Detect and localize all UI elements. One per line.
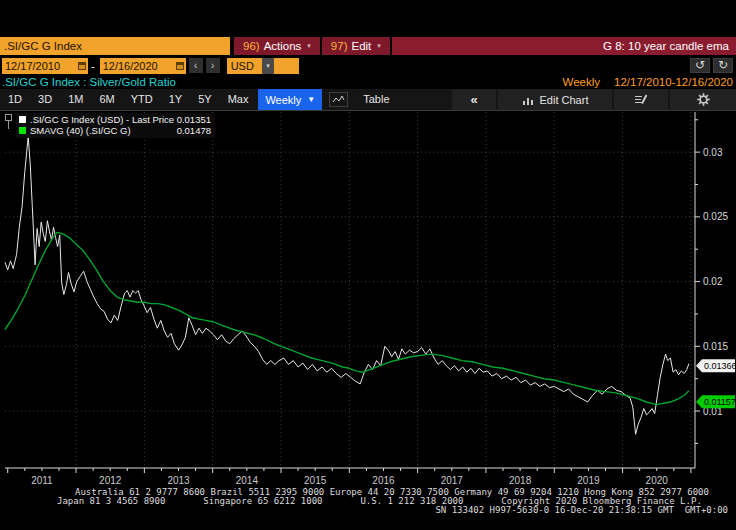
actions-function-key: 96) <box>243 37 260 55</box>
function-title: G 8: 10 year candle ema <box>392 37 736 55</box>
tab-6m[interactable]: 6M <box>91 89 122 110</box>
line-chart-glyph <box>332 95 345 104</box>
chevron-down-icon: ▾ <box>307 37 311 55</box>
command-bar: .SI/GC G Index 96) Actions ▾ 97) Edit ▾ … <box>0 37 736 55</box>
calendar-icon[interactable] <box>78 62 86 70</box>
legend-item-smavg[interactable]: SMAVG (40) (.SI/GC G) 0.01478 <box>19 125 211 136</box>
green-series-swatch-icon <box>19 127 26 134</box>
edit-button[interactable]: 97) Edit ▾ <box>322 37 390 55</box>
annotate-button[interactable] <box>614 89 668 110</box>
end-date-value: 12/16/2020 <box>103 60 158 72</box>
start-date-field[interactable]: 12/17/2010 <box>2 58 88 74</box>
redo-button[interactable]: ↻ <box>713 58 733 73</box>
page-title: .SI/GC G Index : Silver/Gold Ratio <box>0 76 176 88</box>
x-axis-label: 2017 <box>441 475 464 486</box>
toolbar: 1D 3D 1M 6M YTD 1Y 5Y Max Weekly ▼ Table… <box>0 89 736 111</box>
footer-session-info: SN 133402 H997-5630-0 16-Dec-20 21:38:15… <box>435 506 728 515</box>
date-range-separator: - <box>91 60 95 72</box>
periodicity-value: Weekly <box>265 94 301 106</box>
chevron-down-icon: ▾ <box>377 37 381 55</box>
price-line <box>5 137 689 435</box>
legend-value: 0.01478 <box>177 125 211 136</box>
periodicity-dropdown[interactable]: Weekly ▼ <box>258 89 322 110</box>
x-axis-label: 2019 <box>577 475 600 486</box>
y-axis-label: 0.015 <box>703 341 728 352</box>
legend-label: SMAVG (40) (.SI/GC G) <box>30 125 131 136</box>
edit-chart-label: Edit Chart <box>540 94 589 106</box>
tab-3d[interactable]: 3D <box>30 89 60 110</box>
x-axis-label: 2016 <box>372 475 395 486</box>
chevron-down-icon[interactable]: ▾ <box>262 58 274 74</box>
x-axis-label: 2012 <box>99 475 122 486</box>
shift-range-back-button[interactable]: ‹ <box>189 58 203 73</box>
chart-legend: .SI/GC G Index (USD) - Last Price 0.0135… <box>16 113 215 138</box>
tab-ytd[interactable]: YTD <box>123 89 161 110</box>
x-axis-label: 2020 <box>646 475 669 486</box>
tab-1d[interactable]: 1D <box>0 89 30 110</box>
settings-button[interactable] <box>670 89 736 110</box>
chevron-down-icon: ▼ <box>307 95 315 104</box>
x-axis-label: 2011 <box>31 475 53 486</box>
gear-icon <box>697 93 710 106</box>
tab-1y[interactable]: 1Y <box>161 89 190 110</box>
legend-value: 0.01351 <box>177 114 211 125</box>
legend-pin-icon[interactable] <box>4 114 13 132</box>
mini-chart-icon <box>522 95 534 105</box>
tab-max[interactable]: Max <box>220 89 257 110</box>
badge-value-label: 0.01157 <box>704 397 736 407</box>
actions-button[interactable]: 96) Actions ▾ <box>234 37 320 55</box>
y-axis-label: 0.02 <box>703 276 723 287</box>
calendar-icon[interactable] <box>176 62 184 70</box>
tab-1m[interactable]: 1M <box>60 89 91 110</box>
x-axis-label: 2018 <box>509 475 532 486</box>
x-axis-label: 2014 <box>236 475 259 486</box>
currency-select[interactable]: USD ▾ <box>227 58 299 74</box>
edit-label: Edit <box>351 37 371 55</box>
shift-range-forward-button[interactable]: › <box>206 58 220 73</box>
collapse-toolbar-button[interactable]: « <box>452 89 496 110</box>
legend-label: .SI/GC G Index (USD) - Last Price <box>30 114 174 125</box>
start-date-value: 12/17/2010 <box>5 60 60 72</box>
y-axis-label: 0.03 <box>703 147 723 158</box>
x-axis-label: 2013 <box>167 475 190 486</box>
line-chart-type-icon[interactable] <box>329 92 348 107</box>
period-label: Weekly <box>563 76 601 88</box>
edit-function-key: 97) <box>331 37 348 55</box>
pencil-note-icon <box>634 94 648 105</box>
badge-value-label: 0.01366 <box>704 361 736 371</box>
currency-value: USD <box>231 60 254 72</box>
legend-item-last-price[interactable]: .SI/GC G Index (USD) - Last Price 0.0135… <box>19 114 211 125</box>
tab-table[interactable]: Table <box>355 89 397 110</box>
undo-button[interactable]: ↺ <box>690 58 710 73</box>
white-series-swatch-icon <box>19 116 26 123</box>
date-range-label: 12/17/2010-12/16/2020 <box>614 76 733 88</box>
edit-chart-button[interactable]: Edit Chart <box>498 89 612 110</box>
x-axis-label: 2015 <box>304 475 327 486</box>
actions-label: Actions <box>264 37 302 55</box>
security-input[interactable]: .SI/GC G Index <box>0 37 230 55</box>
price-chart-canvas[interactable]: 0.010.0150.020.0250.03201120122013201420… <box>0 110 736 487</box>
end-date-field[interactable]: 12/16/2020 <box>100 58 186 74</box>
date-bar: 12/17/2010 - 12/16/2020 ‹ › USD ▾ ↺ ↻ <box>0 57 736 74</box>
chart-title-bar: .SI/GC G Index : Silver/Gold Ratio Weekl… <box>0 75 736 88</box>
tab-5y[interactable]: 5Y <box>190 89 219 110</box>
y-axis-label: 0.025 <box>703 211 728 222</box>
